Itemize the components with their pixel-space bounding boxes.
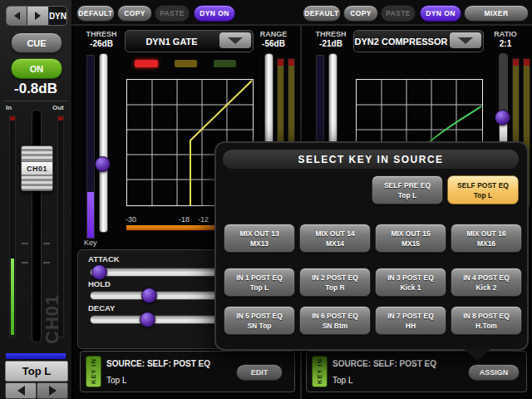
channel-color-bar [6,353,66,359]
dyn1-range-value: -56dB [252,39,295,48]
dyn2-type-dropdown[interactable]: DYN2 COMPRESSOR [353,30,484,52]
prev-channel-button[interactable] [7,7,27,25]
fader-track[interactable] [32,110,42,342]
dyn1-thresh-label: THRESH [80,30,123,38]
chevron-down-icon [228,37,243,44]
decay-label: DECAY [88,303,115,313]
source-mix-out-13[interactable]: MIX OUT 13 MX13 [224,224,295,253]
dyn1-thresh-knob[interactable] [95,156,111,172]
on-button[interactable]: ON [11,58,62,79]
dyn2-ratio-knob[interactable] [495,110,510,126]
channel-fader[interactable]: CH01 [21,145,53,191]
channel-id-watermark: CH01 [42,293,62,344]
dyn1-thresh-slider[interactable] [99,53,108,233]
source-in3-post-eq[interactable]: IN 3 POST EQ Kick 1 [375,268,446,297]
in-level-meter [9,115,16,337]
fader-gain-readout: -0.8dB [0,81,71,97]
gate-close-led [214,60,236,67]
gate-open-led [135,60,158,67]
hold-knob[interactable] [141,288,157,303]
attack-label: ATTACK [88,254,120,264]
channel-strip: DYN CUE ON -0.8dB In Out CH01 CH01 Top L [0,0,73,399]
right-arrow-icon [35,12,41,20]
source-mix-out-15[interactable]: MIX OUT 15 MX15 [375,224,446,253]
in-meter-fill [11,259,14,335]
keyin-source-line: SOURCE: SELF: POST EQ [332,359,436,368]
dynamics-screen: DYN CUE ON -0.8dB In Out CH01 CH01 Top L… [0,0,532,399]
popup-title: SELECT KEY IN SOURCE [223,150,519,169]
select-keyin-source-popup: SELECT KEY IN SOURCE SELF PRE EQ Top L S… [214,141,529,351]
source-mix-out-16[interactable]: MIX OUT 16 MX16 [451,224,522,253]
bank-left-button[interactable] [5,382,37,399]
key-scale-tick: -12 [198,215,209,224]
dyn2-copy-button[interactable]: COPY [343,5,378,22]
keyin-source-line: SOURCE: SELF: POST EQ [106,359,210,368]
dyn1-key-meter-fill [87,192,94,238]
dyn1-type-dropdown[interactable]: DYN1 GATE [125,30,254,52]
dyn2-thresh-value: -21dB [309,39,352,48]
dyn1-on-toggle[interactable]: DYN ON [194,5,235,22]
dyn2-ratio-value: 2:1 [485,39,525,48]
dyn2-paste-button[interactable]: PASTE [381,5,416,22]
dropdown-button[interactable] [450,32,481,48]
channel-nav: DYN [6,6,67,26]
source-in4-post-eq[interactable]: IN 4 POST EQ Kick 2 [451,268,522,297]
source-mix-out-14[interactable]: MIX OUT 14 MX14 [299,224,371,253]
left-arrow-icon [17,386,25,396]
dyn1-key-meter-caption: Key [84,239,109,247]
keyin-edit-button[interactable]: EDIT [236,364,283,381]
dyn1-paste-button[interactable]: PASTE [155,5,190,22]
popup-pointer [464,349,490,361]
next-channel-button[interactable] [27,7,48,25]
attack-knob[interactable] [91,264,107,280]
source-self-pre-eq[interactable]: SELF PRE EQ Top L [372,175,443,204]
mixer-button[interactable]: MIXER [464,5,529,22]
dyn1-key-meter [86,55,95,239]
hold-label: HOLD [88,279,111,288]
keyin-badge: KEY IN [312,356,328,387]
dropdown-button[interactable] [219,32,251,48]
dyn2-on-toggle[interactable]: DYN ON [420,5,461,22]
channel-name-label: Top L [5,361,68,382]
cue-button[interactable]: CUE [11,32,62,53]
keyin-source-name: Top L [332,376,352,385]
dyn2-thresh-label: THRESH [309,30,352,38]
out-clip-indicator [58,116,63,121]
dyn2-keyin-panel: KEY IN SOURCE: SELF: POST EQ Top L ASSIG… [306,351,527,392]
fader-cap-label: CH01 [22,161,52,175]
fader-tick [43,262,50,264]
keyin-badge: KEY IN [86,356,101,387]
dyn1-range-label: RANGE [252,30,295,38]
bank-right-button[interactable] [37,382,68,399]
nav-mode-label: DYN [49,7,66,25]
key-scale-tick: -18 [179,215,190,224]
dyn2-ratio-label: RATIO [485,30,525,38]
in-clip-indicator [10,116,15,121]
dyn1-keyin-panel: KEY IN SOURCE: SELF: POST EQ Top L EDIT [80,351,295,392]
dyn1-type-label: DYN1 GATE [126,31,218,52]
fader-tick [43,243,50,244]
source-in2-post-eq[interactable]: IN 2 POST EQ Top R [299,268,371,297]
key-scale-tick: -30 [126,215,136,224]
decay-knob[interactable] [140,312,155,328]
source-in6-post-eq[interactable]: IN 6 POST EQ SN Btm [299,306,371,335]
fader-tick [22,243,28,244]
source-in7-post-eq[interactable]: IN 7 POST EQ HH [375,306,446,335]
keyin-assign-button[interactable]: ASSIGN [468,364,520,381]
source-in8-post-eq[interactable]: IN 8 POST EQ H.Tom [451,306,522,335]
dyn2-default-button[interactable]: DEFAULT [303,5,341,22]
strip-divider [3,101,68,101]
keyin-source-name: Top L [106,376,126,385]
gate-hold-led [175,60,197,67]
in-meter-label: In [6,104,12,111]
dyn1-thresh-value: -26dB [80,39,123,48]
dyn1-copy-button[interactable]: COPY [117,5,152,22]
dyn1-default-button[interactable]: DEFAULT [76,5,115,22]
left-arrow-icon [14,12,20,20]
source-in5-post-eq[interactable]: IN 5 POST EQ SN Top [224,306,295,335]
dyn2-type-label: DYN2 COMPRESSOR [354,31,448,52]
right-arrow-icon [49,386,57,396]
source-self-post-eq[interactable]: SELF POST EQ Top L [447,175,519,204]
source-in1-post-eq[interactable]: IN 1 POST EQ Top L [224,268,295,297]
fader-tick [22,262,28,264]
